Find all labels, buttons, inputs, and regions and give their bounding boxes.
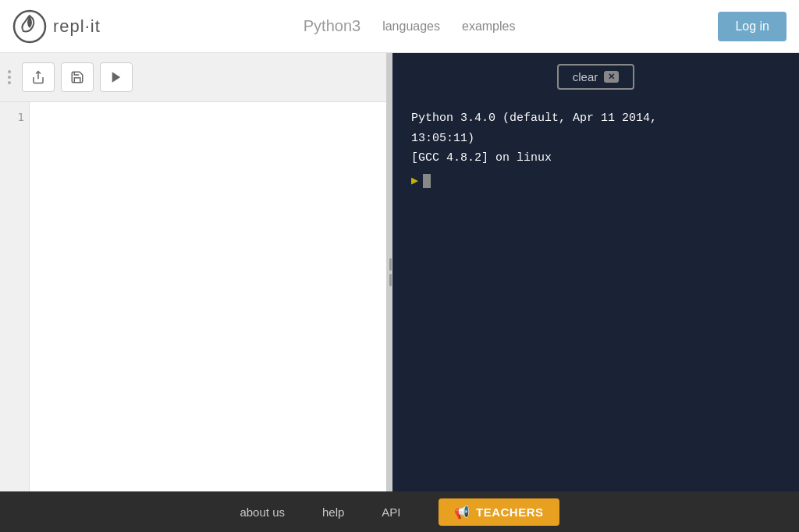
editor-toolbar: [0, 53, 386, 102]
languages-nav-link[interactable]: languages: [382, 20, 440, 34]
teachers-label: TEACHERS: [476, 505, 544, 519]
drag-handle[interactable]: [8, 70, 11, 84]
line-numbers: 1: [0, 102, 30, 491]
editor-content: 1: [0, 102, 386, 491]
share-icon: [31, 70, 45, 84]
prompt-arrow-icon: ▶: [411, 172, 418, 192]
api-link[interactable]: API: [382, 505, 400, 519]
run-icon: [109, 70, 123, 84]
console-line-2: 13:05:11): [411, 129, 780, 149]
handle-dot: [389, 274, 392, 286]
about-us-link[interactable]: about us: [240, 505, 285, 519]
console-line-3: [GCC 4.8.2] on linux: [411, 148, 780, 168]
line-number: 1: [5, 108, 24, 126]
share-button[interactable]: [22, 62, 55, 92]
cursor-block: [423, 174, 431, 188]
current-language: Python3: [304, 17, 360, 35]
console-panel: clear ✕ Python 3.4.0 (default, Apr 11 20…: [392, 53, 799, 491]
code-editor[interactable]: [30, 102, 386, 491]
header-nav: Python3 languages examples: [304, 17, 516, 35]
teachers-button[interactable]: 📢 TEACHERS: [439, 498, 559, 526]
run-button[interactable]: [100, 62, 133, 92]
dot: [8, 76, 11, 79]
dot: [8, 81, 11, 84]
header: repl·it Python3 languages examples Log i…: [0, 0, 799, 53]
handle-dot: [389, 258, 392, 271]
main-area: 1 clear ✕ Python 3.4.0 (default, Apr 11 …: [0, 53, 799, 491]
help-link[interactable]: help: [322, 505, 344, 519]
clear-label: clear: [573, 70, 598, 83]
svg-marker-2: [112, 72, 121, 83]
console-line-1: Python 3.4.0 (default, Apr 11 2014,: [411, 108, 780, 129]
clear-x-icon: ✕: [604, 71, 619, 83]
save-button[interactable]: [61, 62, 94, 92]
replit-logo-icon: [12, 9, 47, 44]
console-prompt: ▶: [411, 172, 780, 192]
dot: [8, 70, 11, 73]
editor-panel: 1: [0, 53, 388, 491]
examples-nav-link[interactable]: examples: [462, 20, 515, 34]
footer: about us help API 📢 TEACHERS: [0, 491, 799, 532]
clear-button[interactable]: clear ✕: [557, 64, 635, 90]
header-logo-area: repl·it: [12, 9, 101, 44]
save-icon: [70, 70, 84, 84]
megaphone-icon: 📢: [454, 505, 471, 520]
console-output: Python 3.4.0 (default, Apr 11 2014, 13:0…: [392, 101, 799, 491]
logo-text: repl·it: [53, 16, 101, 37]
console-toolbar: clear ✕: [392, 53, 799, 101]
login-button[interactable]: Log in: [718, 12, 787, 41]
